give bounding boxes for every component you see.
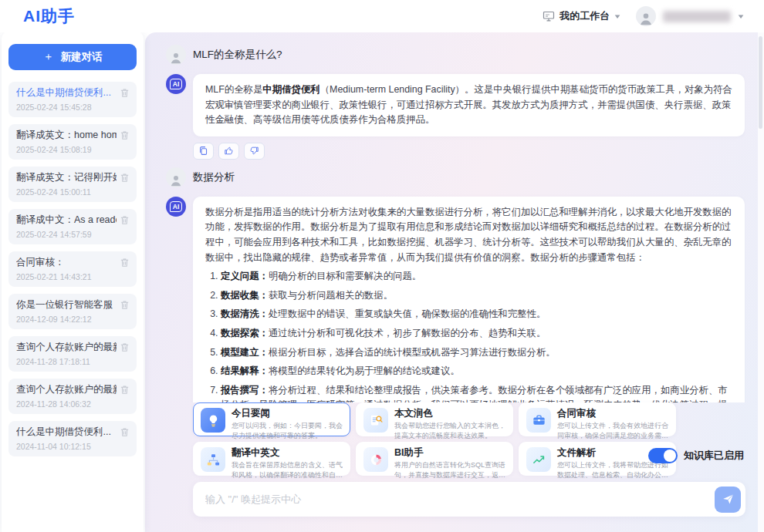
history-item[interactable]: 查询个人存款账户的最新...2024-11-28 14:06:32 <box>8 379 137 414</box>
monitor-icon <box>543 10 555 22</box>
file-parse-icon <box>526 447 551 472</box>
conversation-history: 什么是中期借贷便利...2025-02-24 15:45:28翻译成英文：hom… <box>8 82 137 456</box>
history-item[interactable]: 什么是中期借贷便利...2024-11-04 10:12:15 <box>8 421 137 456</box>
trash-icon[interactable] <box>120 300 130 310</box>
history-timestamp: 2025-02-24 14:57:59 <box>16 230 130 239</box>
history-title: 合同审核： <box>16 257 65 268</box>
trash-icon[interactable] <box>120 427 130 437</box>
trash-icon[interactable] <box>120 88 130 98</box>
user-message-text: 数据分析 <box>193 170 235 184</box>
user-avatar <box>166 167 186 187</box>
ai-response-card: MLF的全称是中期借贷便利（Medium-term Lending Facili… <box>193 74 745 136</box>
capability-card[interactable]: 合同审核您可以上传文件，我会有效地进行合同审核，确保合同满足您的业务需求。 <box>519 402 676 436</box>
analysis-step: 数据清洗：处理数据中的错误、重复或缺失值，确保数据的准确性和完整性。 <box>221 307 732 322</box>
user-message-text: MLF的全称是什么? <box>193 48 282 62</box>
bi-chart-icon <box>363 447 388 472</box>
card-title: BI助手 <box>394 447 505 459</box>
card-description: 将用户的自然语言转化为SQL查询语句，并直接与数据库进行交互，返回智能推荐的图表… <box>394 460 505 480</box>
capability-card[interactable]: 今日要闻您可以问我，例如：今日要闻，我会尽力提供准确和可靠的答案。 <box>193 402 350 436</box>
history-title: 什么是中期借贷便利... <box>16 426 111 438</box>
workspace-menu[interactable]: 我的工作台 ▼ <box>543 9 620 23</box>
thumbs-up-button[interactable] <box>218 143 239 160</box>
history-title: 你是一位银行智能客服，... <box>16 299 117 311</box>
trash-icon[interactable] <box>120 342 130 352</box>
history-item[interactable]: 合同审核：2025-02-21 14:43:21 <box>8 251 137 287</box>
toggle-on-icon[interactable] <box>648 448 678 463</box>
scrollbar[interactable] <box>758 32 764 532</box>
capability-card[interactable]: BI助手将用户的自然语言转化为SQL查询语句，并直接与数据库进行交互，返回智能推… <box>356 442 513 476</box>
capability-cards: 今日要闻您可以问我，例如：今日要闻，我会尽力提供准确和可靠的答案。本文润色我会帮… <box>193 402 676 476</box>
scrollbar-thumb[interactable] <box>759 36 762 129</box>
user-menu[interactable]: ▼ <box>636 6 744 26</box>
history-timestamp: 2024-12-09 14:22:12 <box>16 315 130 324</box>
card-title: 本文润色 <box>394 408 505 419</box>
history-timestamp: 2024-11-04 10:12:15 <box>16 442 130 451</box>
send-button[interactable] <box>715 487 741 513</box>
trash-icon[interactable] <box>120 130 130 140</box>
history-title: 翻译成中文：As a reader... <box>16 214 117 226</box>
app-logo: AI助手 <box>23 5 75 27</box>
card-title: 今日要闻 <box>232 408 343 419</box>
history-item[interactable]: 什么是中期借贷便利...2025-02-24 15:45:28 <box>8 82 137 117</box>
analysis-step: 定义问题：明确分析的目标和需要解决的问题。 <box>221 269 732 285</box>
briefcase-icon <box>526 408 551 433</box>
topbar-right: 我的工作台 ▼ ▼ <box>543 6 744 26</box>
trash-icon[interactable] <box>120 385 130 395</box>
knowledge-base-toggle[interactable]: 知识库已启用 <box>648 448 744 463</box>
capability-card[interactable]: 本文润色我会帮助您进行您输入的文本润色，提高文本的流畅度和表达效果。 <box>356 402 513 436</box>
analysis-step: 数据收集：获取与分析问题相关的数据。 <box>221 288 732 304</box>
history-title: 查询个人存款账户的最新... <box>16 384 117 396</box>
history-item[interactable]: 你是一位银行智能客服，...2024-12-09 14:22:12 <box>8 294 137 329</box>
username-redacted <box>663 11 731 22</box>
analysis-step: 结果解释：将模型的结果转化为易于理解的结论或建议。 <box>221 364 732 379</box>
trash-icon[interactable] <box>120 258 130 268</box>
thumbs-down-button[interactable] <box>244 143 265 160</box>
chevron-down-icon: ▼ <box>736 13 745 20</box>
history-timestamp: 2025-02-24 15:08:19 <box>16 145 130 154</box>
history-timestamp: 2025-02-21 14:43:21 <box>16 272 130 281</box>
analysis-step: 模型建立：根据分析目标，选择合适的统计模型或机器学习算法进行数据分析。 <box>221 345 732 361</box>
ai-response-card: 数据分析是指用适当的统计分析方法对收集来的大量数据进行分析，将它们加以汇总和理解… <box>193 197 745 402</box>
history-timestamp: 2024-11-28 14:06:32 <box>16 399 130 409</box>
history-title: 什么是中期借贷便利... <box>16 87 111 99</box>
ai-avatar: AI <box>166 74 186 94</box>
history-timestamp: 2024-11-28 17:18:11 <box>16 357 130 366</box>
history-item[interactable]: 查询个人存款账户的最新...2024-11-28 17:18:11 <box>8 336 137 372</box>
trash-icon[interactable] <box>120 215 130 225</box>
chevron-down-icon: ▼ <box>614 13 622 20</box>
bottom-zone: 今日要闻您可以问我，例如：今日要闻，我会尽力提供准确和可靠的答案。本文润色我会帮… <box>193 402 745 532</box>
sidebar: ＋ 新建对话 什么是中期借贷便利...2025-02-24 15:45:28翻译… <box>2 31 144 532</box>
copy-button[interactable] <box>193 143 214 160</box>
new-chat-button[interactable]: ＋ 新建对话 <box>8 44 137 70</box>
user-message: 数据分析 <box>166 167 745 187</box>
ai-response-text: MLF的全称是中期借贷便利（Medium-term Lending Facili… <box>205 82 732 128</box>
history-timestamp: 2025-02-24 15:45:28 <box>16 103 130 112</box>
ai-message: AI 数据分析是指用适当的统计分析方法对收集来的大量数据进行分析，将它们加以汇总… <box>166 197 745 402</box>
user-avatar <box>636 6 656 26</box>
user-avatar <box>166 45 186 65</box>
chat-input[interactable] <box>205 493 715 505</box>
chat-panel: MLF的全称是什么? AI MLF的全称是中期借贷便利（Medium-term … <box>145 32 758 532</box>
card-description: 我会旨在保留原始信息的含义、语气和风格，以确保翻译的准确性和自然流畅。 <box>232 460 343 480</box>
new-chat-label: 新建对话 <box>61 50 103 64</box>
history-title: 查询个人存款账户的最新... <box>16 342 117 353</box>
card-description: 您可以问我，例如：今日要闻，我会尽力提供准确和可靠的答案。 <box>232 421 343 440</box>
history-item[interactable]: 翻译成英文：记得刚开始...2025-02-24 15:00:11 <box>8 167 137 202</box>
translate-icon <box>201 447 225 472</box>
ai-message: AI MLF的全称是中期借贷便利（Medium-term Lending Fac… <box>166 74 745 136</box>
history-title: 翻译成英文：home home <box>16 130 117 141</box>
topbar: AI助手 我的工作台 ▼ ▼ <box>0 0 764 32</box>
analysis-steps-list: 定义问题：明确分析的目标和需要解决的问题。数据收集：获取与分析问题相关的数据。数… <box>207 269 732 402</box>
card-description: 我会帮助您进行您输入的文本润色，提高文本的流畅度和表达效果。 <box>394 421 505 440</box>
ai-response-intro: 数据分析是指用适当的统计分析方法对收集来的大量数据进行分析，将它们加以汇总和理解… <box>205 205 732 265</box>
plus-icon: ＋ <box>43 50 54 64</box>
doc-polish-icon <box>363 408 388 433</box>
user-message: MLF的全称是什么? <box>166 45 745 65</box>
capability-card[interactable]: 翻译中英文我会旨在保留原始信息的含义、语气和风格，以确保翻译的准确性和自然流畅。 <box>193 442 350 476</box>
card-description: 您可以上传文件，我会有效地进行合同审核，确保合同满足您的业务需求。 <box>557 421 668 440</box>
analysis-step: 数据探索：通过统计分析和可视化技术，初步了解数据的分布、趋势和关联。 <box>221 326 732 342</box>
lightbulb-icon <box>201 408 225 433</box>
history-item[interactable]: 翻译成英文：home home2025-02-24 15:08:19 <box>8 124 137 160</box>
trash-icon[interactable] <box>120 173 130 183</box>
history-item[interactable]: 翻译成中文：As a reader...2025-02-24 14:57:59 <box>8 209 137 244</box>
